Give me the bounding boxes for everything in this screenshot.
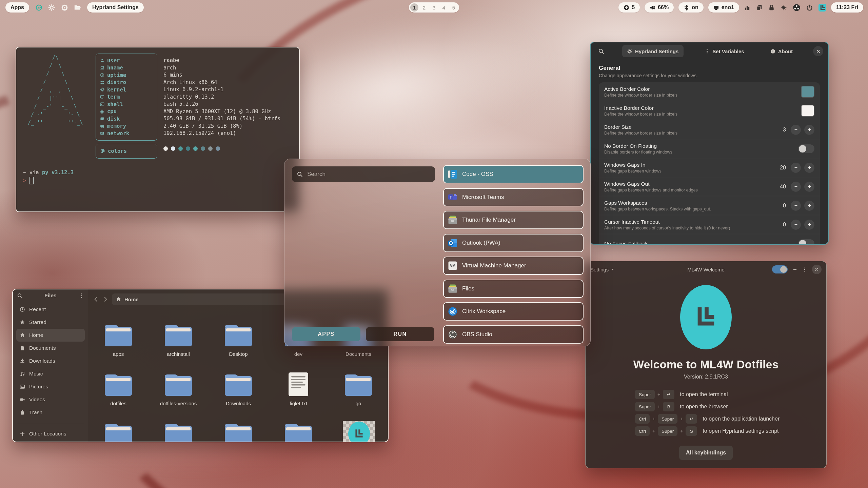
menu-kebab-icon[interactable] [802,267,807,272]
settings-row-windows-gaps-in: Windows Gaps InDefine gaps between windo… [599,158,820,177]
obs-icon[interactable] [793,4,801,12]
all-keybindings-button[interactable]: All keybindings [679,446,733,460]
minimize-icon[interactable] [792,267,797,272]
forward-arrow-icon[interactable] [102,296,108,302]
files-app-title: Files [23,292,78,299]
close-button[interactable] [812,265,822,274]
search-icon[interactable] [17,293,23,299]
file-item-desktop[interactable]: Desktop [210,322,267,357]
workspace-1[interactable]: 1 [410,3,418,12]
workspace-5[interactable]: 5 [450,3,458,12]
app-launcher[interactable]: Code - OSSTMicrosoft TeamsThunar File Ma… [284,159,591,346]
hyprland-settings-window[interactable]: Hyprland SettingsSet VariablesAbout Gene… [590,42,829,245]
power-icon[interactable] [806,4,813,11]
minus-button[interactable] [791,163,801,173]
sidebar-item-documents[interactable]: Documents [16,342,85,354]
color-swatch[interactable] [801,105,814,117]
tab-about[interactable]: About [765,45,798,57]
sidebar-item-other-locations[interactable]: Other Locations [16,427,85,440]
sidebar-item-home[interactable]: Home [16,329,85,342]
sidebar-item-starred[interactable]: Starred [16,316,85,329]
app-item-virtual-machine-manager[interactable]: VMVirtual Machine Manager [443,257,584,275]
fetch-value-network: 192.168.2.159/24 (eno1) [163,130,280,137]
file-item[interactable] [90,421,147,442]
toggle-switch[interactable] [798,239,814,245]
app-item-files[interactable]: Files [443,280,584,298]
tab-hyprland-settings[interactable]: Hyprland Settings [622,45,684,57]
clock[interactable]: 11:23 Fri [831,2,863,13]
network-indicator[interactable]: eno1 [708,2,739,13]
file-item-archinstall[interactable]: archinstall [150,322,207,357]
file-item-dotfiles[interactable]: dotfiles [90,371,147,406]
app-item-thunar-file-manager[interactable]: Thunar File Manager [443,211,584,229]
plus-button[interactable] [804,163,814,173]
terminal-window[interactable]: /\ / \ / \ / \ / , , \ / |''| \ / _-' '-… [16,47,300,212]
settings-menu-button[interactable]: Settings [590,267,614,272]
sidebar-item-pictures[interactable]: Pictures [16,380,85,393]
updates-indicator[interactable]: 5 [618,2,640,13]
file-item-apps[interactable]: apps [90,322,147,357]
bluetooth-indicator[interactable]: on [678,2,704,13]
color-swatch[interactable] [801,86,814,98]
file-item-go[interactable]: go [330,371,387,406]
workspace-4[interactable]: 4 [440,3,448,12]
welcome-toggle[interactable] [772,265,788,273]
file-item[interactable] [210,421,267,442]
stats-icon[interactable] [744,4,750,11]
prompt-line[interactable]: > [23,177,292,184]
gear-icon[interactable] [48,4,55,11]
ml4w-welcome-window[interactable]: Settings ML4W Welcome Welcome to ML4W Do… [585,261,827,468]
sidebar-item-videos[interactable]: Videos [16,393,85,406]
back-arrow-icon[interactable] [93,296,99,302]
folder-open-icon[interactable] [74,4,81,11]
app-item-code-oss[interactable]: Code - OSS [443,165,584,183]
sidebar-item-music[interactable]: Music [16,367,85,380]
search-icon[interactable] [598,48,604,54]
volume-indicator[interactable]: 66% [645,2,674,13]
file-item-figlet-txt[interactable]: figlet.txt [270,371,327,406]
fetch-label-kernel: kernel [100,86,153,94]
minus-button[interactable] [791,220,801,230]
launcher-search-box[interactable] [292,166,435,182]
app-item-citrix-workspace[interactable]: Citrix Workspace [443,302,584,321]
app-item-microsoft-teams[interactable]: TMicrosoft Teams [443,188,584,206]
burst-icon[interactable] [781,4,787,11]
welcome-header: Settings ML4W Welcome [586,261,826,278]
menu-kebab-icon[interactable] [78,293,84,299]
sidebar-item-downloads[interactable]: Downloads [16,354,85,367]
file-item-downloads[interactable]: Downloads [210,371,267,406]
file-item-dotfiles-versions[interactable]: dotfiles-versions [150,371,207,406]
minus-button[interactable] [791,125,801,135]
settings-row-inactive-border-color: Inactive Border ColorDefine the window b… [599,101,820,120]
plus-button[interactable] [804,201,814,211]
clipboard-icon[interactable] [756,4,763,11]
file-item[interactable] [330,421,387,442]
file-item[interactable] [150,421,207,442]
plus-button[interactable] [804,220,814,230]
chrome-icon[interactable] [61,4,68,11]
fetch-value-disk: 505.98 GiB / 931.01 GiB (54%) - btrfs [163,115,280,123]
ml4w-icon[interactable] [818,4,826,12]
ai-icon[interactable]: AI [35,4,42,11]
tab-apps[interactable]: APPS [292,327,360,341]
minus-button[interactable] [791,201,801,211]
apps-button[interactable]: Apps [5,2,29,13]
file-item[interactable] [270,421,327,442]
tab-run[interactable]: RUN [366,327,434,341]
lock-icon[interactable] [768,4,775,11]
app-item-outlook-pwa-[interactable]: Outlook (PWA) [443,234,584,252]
sidebar-item-recent[interactable]: Recent [16,303,85,316]
sidebar-item-trash[interactable]: Trash [16,406,85,419]
workspace-3[interactable]: 3 [430,3,438,12]
plus-button[interactable] [804,125,814,135]
plus-button[interactable] [804,182,814,192]
settings-row-text: No Focus Fallback [604,241,798,245]
toggle-switch[interactable] [798,144,814,153]
app-item-obs-studio[interactable]: OBS Studio [443,325,584,344]
minus-button[interactable] [791,182,801,192]
search-input[interactable] [307,170,430,178]
speaker-icon [650,5,655,11]
workspace-2[interactable]: 2 [420,3,428,12]
tab-set-variables[interactable]: Set Variables [699,45,749,57]
close-button[interactable] [813,46,823,56]
